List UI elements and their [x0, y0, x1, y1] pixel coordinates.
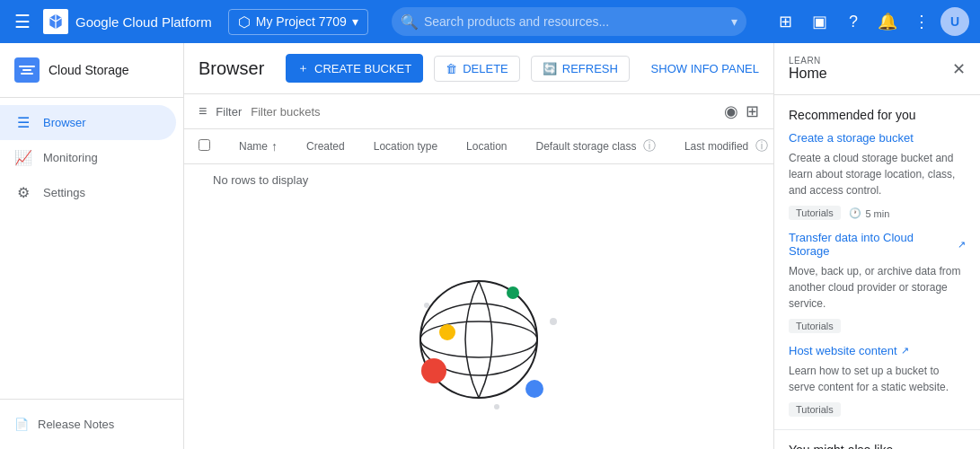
panel-link-2-text: Host website content	[789, 344, 897, 357]
svg-point-10	[494, 404, 499, 409]
filter-view-controls: ◉ ⊞	[724, 101, 759, 121]
settings-icon: ⚙	[14, 184, 32, 201]
th-location[interactable]: Location	[452, 129, 521, 164]
create-bucket-button[interactable]: ＋ CREATE BUCKET	[286, 54, 423, 83]
storage-class-help-icon[interactable]: ⓘ	[643, 138, 656, 153]
panel-tag-2: Tutorials	[789, 402, 841, 417]
panel-text-2: Learn how to set up a bucket to serve co…	[789, 363, 966, 395]
th-name-label: Name	[239, 140, 268, 153]
sidebar-nav: ☰ Browser 📈 Monitoring ⚙ Settings	[0, 98, 183, 399]
empty-svg	[380, 232, 578, 429]
filter-bar: ≡ Filter ◉ ⊞	[184, 94, 773, 129]
close-icon[interactable]: ✕	[952, 59, 966, 79]
delete-button[interactable]: 🗑 DELETE	[434, 56, 520, 82]
empty-state: Store and retrieve your data Get started…	[184, 196, 773, 449]
panel-link-1[interactable]: Transfer data into Cloud Storage ↗	[789, 231, 966, 258]
search-icon: 🔍	[401, 13, 419, 31]
gcp-logo-icon	[43, 9, 68, 34]
notifications-icon[interactable]: 🔔	[872, 6, 903, 37]
search-input[interactable]	[392, 7, 746, 36]
panel-tag-1: Tutorials	[789, 319, 841, 333]
cloud-storage-icon	[14, 57, 40, 83]
project-icon: ⬡	[238, 13, 251, 31]
svg-point-6	[421, 358, 446, 383]
content-area: Browser ＋ CREATE BUCKET 🗑 DELETE 🔄 REFRE…	[184, 43, 773, 449]
panel-link-0-text: Create a storage bucket	[789, 131, 914, 145]
th-location-type-label: Location type	[374, 140, 437, 153]
panel-tags-0: Tutorials 🕐 5 min	[789, 206, 966, 220]
sidebar-item-settings[interactable]: ⚙ Settings	[0, 175, 176, 210]
refresh-button[interactable]: 🔄 REFRESH	[531, 56, 630, 82]
search-chevron-icon: ▾	[731, 14, 737, 29]
sidebar-item-browser-label: Browser	[43, 116, 86, 129]
project-selector[interactable]: ⬡ My Project 7709 ▾	[228, 9, 368, 35]
delete-label: DELETE	[463, 62, 508, 75]
th-default-storage-class[interactable]: Default storage class ⓘ	[521, 129, 669, 164]
sidebar-item-browser[interactable]: ☰ Browser	[0, 105, 176, 140]
panel-link-1-text: Transfer data into Cloud Storage	[789, 231, 954, 258]
panel-time-0: 🕐 5 min	[849, 207, 889, 219]
svg-point-7	[525, 380, 543, 398]
recommended-title: Recommended for you	[789, 108, 966, 122]
cloud-shell-icon[interactable]: ▣	[804, 6, 834, 37]
table-container: Name ↑ Created Location type Location	[184, 129, 773, 449]
panel-item-1: Transfer data into Cloud Storage ↗ Move,…	[789, 231, 966, 333]
release-notes-label: Release Notes	[38, 418, 114, 431]
also-like-title: You might also like	[789, 443, 893, 449]
filter-input[interactable]	[251, 105, 715, 119]
sidebar-footer: 📄 Release Notes	[0, 399, 183, 449]
svg-point-2	[420, 321, 537, 357]
filter-circle-icon[interactable]: ◉	[724, 101, 738, 121]
panel-text-0: Create a cloud storage bucket and learn …	[789, 150, 966, 198]
filter-icon: ≡	[199, 103, 207, 119]
hamburger-icon[interactable]: ☰	[11, 7, 34, 36]
filter-grid-icon[interactable]: ⊞	[746, 101, 759, 121]
sidebar-header: Cloud Storage	[0, 43, 183, 98]
th-last-modified[interactable]: Last modified ⓘ	[670, 129, 773, 164]
create-bucket-label: CREATE BUCKET	[314, 62, 411, 75]
browser-title: Browser	[199, 58, 264, 79]
right-panel: LEARN Home ✕ Recommended for you Create …	[773, 43, 980, 449]
chevron-down-icon: ▾	[352, 14, 358, 29]
svg-point-5	[439, 324, 455, 340]
last-modified-help-icon[interactable]: ⓘ	[755, 138, 768, 153]
sidebar-item-settings-label: Settings	[43, 186, 85, 199]
also-like-section: You might also like ⊞ ▶ Tutorials Walkth…	[774, 430, 980, 449]
checkbox-input[interactable]	[199, 139, 210, 151]
also-like-header: You might also like ⊞	[789, 443, 966, 449]
panel-tag-0: Tutorials	[789, 206, 841, 220]
th-storage-class-label: Default storage class	[535, 140, 636, 153]
th-location-type[interactable]: Location type	[359, 129, 452, 164]
panel-link-2[interactable]: Host website content ↗	[789, 344, 966, 357]
filter-label: Filter	[216, 105, 242, 119]
show-info-panel-button[interactable]: SHOW INFO PANEL	[651, 62, 759, 75]
panel-item-2: Host website content ↗ Learn how to set …	[789, 344, 966, 417]
sidebar-item-monitoring[interactable]: 📈 Monitoring	[0, 140, 176, 175]
search-bar: 🔍 ▾	[392, 7, 746, 36]
panel-link-0[interactable]: Create a storage bucket	[789, 131, 966, 145]
th-location-label: Location	[466, 140, 507, 153]
delete-icon: 🗑	[446, 62, 457, 75]
panel-learn-label: LEARN	[789, 56, 827, 66]
sidebar-title: Cloud Storage	[49, 63, 129, 77]
more-options-icon[interactable]: ⋮	[906, 6, 937, 37]
external-link-icon-2: ↗	[901, 345, 909, 357]
sidebar-item-release-notes[interactable]: 📄 Release Notes	[14, 410, 169, 438]
clock-icon: 🕐	[849, 207, 861, 219]
sidebar: Cloud Storage ☰ Browser 📈 Monitoring ⚙ S…	[0, 43, 184, 449]
browser-header: Browser ＋ CREATE BUCKET 🗑 DELETE 🔄 REFRE…	[184, 43, 773, 94]
avatar[interactable]: U	[940, 7, 969, 36]
panel-header: LEARN Home ✕	[774, 43, 980, 95]
svg-point-8	[550, 318, 557, 325]
monitoring-icon: 📈	[14, 149, 32, 166]
help-icon[interactable]: ?	[838, 6, 869, 37]
main-layout: Cloud Storage ☰ Browser 📈 Monitoring ⚙ S…	[0, 43, 980, 449]
app-title: Google Cloud Platform	[75, 14, 212, 30]
svg-point-4	[507, 286, 519, 299]
marketplace-icon[interactable]: ⊞	[770, 6, 800, 37]
browser-icon: ☰	[14, 114, 32, 131]
th-created-label: Created	[306, 140, 345, 153]
also-like-grid-icon[interactable]: ⊞	[954, 446, 966, 450]
external-link-icon-1: ↗	[958, 239, 966, 251]
no-rows-text: No rows to display	[199, 159, 322, 201]
